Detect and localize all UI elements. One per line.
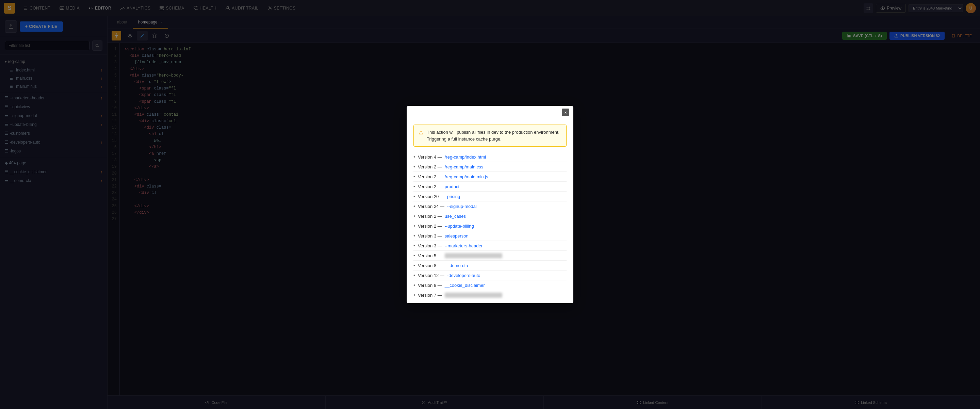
modal-close-button[interactable]: × — [562, 108, 569, 116]
version-link[interactable]: pricing — [447, 194, 460, 199]
version-link[interactable]: --update-billing — [445, 224, 474, 229]
version-item: Version 8 — __cookie_disclaimer — [414, 280, 566, 290]
version-item: Version 2 — use_cases — [414, 211, 566, 221]
version-item: Version 3 — --marketers-header — [414, 241, 566, 251]
warning-icon: ⚠ — [418, 129, 423, 136]
version-item: Version 5 — ██████████ ████████ — [414, 251, 566, 261]
modal-header: × — [407, 106, 573, 119]
publish-modal: × ⚠ This action will publish all files i… — [407, 106, 573, 303]
version-link[interactable]: use_cases — [445, 214, 466, 219]
version-item: Version 2 — /reg-camp/main.min.js — [414, 172, 566, 182]
version-link[interactable]: product — [445, 184, 460, 189]
version-item: Version 4 — /reg-camp/index.html — [414, 152, 566, 162]
version-link[interactable]: --signup-modal — [447, 204, 477, 209]
version-link[interactable]: /reg-camp/main.css — [445, 164, 483, 169]
version-item: Version 24 — --signup-modal — [414, 201, 566, 211]
version-item: Version 7 — ██████████ ████████ — [414, 290, 566, 300]
version-item: Version 20 — pricing — [414, 192, 566, 201]
version-link[interactable]: salesperson — [445, 234, 469, 239]
version-link[interactable]: __cookie_disclaimer — [445, 283, 485, 288]
version-list: Version 4 — /reg-camp/index.htmlVersion … — [414, 152, 566, 300]
version-item: Version 8 — __demo-cta — [414, 261, 566, 271]
modal-overlay[interactable]: × ⚠ This action will publish all files i… — [0, 0, 980, 409]
version-item: Version 2 — /reg-camp/main.css — [414, 162, 566, 172]
version-link[interactable]: /reg-camp/main.min.js — [445, 174, 488, 179]
version-item: Version 2 — product — [414, 182, 566, 192]
version-link[interactable]: -developers-auto — [447, 273, 480, 278]
modal-body: ⚠ This action will publish all files in … — [407, 119, 573, 303]
modal-warning-text: This action will publish all files in de… — [427, 129, 562, 142]
version-item: Version 2 — --update-billing — [414, 221, 566, 231]
version-link[interactable]: /reg-camp/index.html — [445, 154, 486, 159]
modal-warning: ⚠ This action will publish all files in … — [414, 124, 566, 146]
version-link[interactable]: --marketers-header — [445, 243, 482, 248]
version-link[interactable]: __demo-cta — [445, 263, 468, 268]
version-item: Version 3 — salesperson — [414, 231, 566, 241]
version-item: Version 12 — -developers-auto — [414, 271, 566, 280]
